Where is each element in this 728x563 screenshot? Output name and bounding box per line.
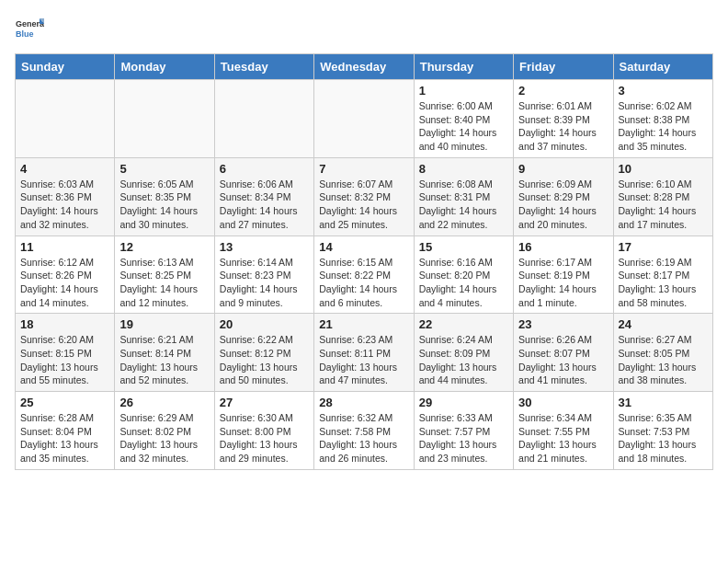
day-number: 29 [419, 396, 508, 409]
day-number: 2 [518, 84, 608, 98]
day-number: 21 [319, 317, 408, 331]
day-info: Sunrise: 6:21 AM Sunset: 8:14 PM Dayligh… [119, 333, 209, 387]
calendar-cell: 15Sunrise: 6:16 AM Sunset: 8:20 PM Dayli… [414, 236, 513, 314]
day-info: Sunrise: 6:35 AM Sunset: 7:53 PM Dayligh… [619, 411, 708, 465]
calendar-cell: 9Sunrise: 6:09 AM Sunset: 8:29 PM Daylig… [514, 157, 613, 236]
calendar-cell: 8Sunrise: 6:08 AM Sunset: 8:31 PM Daylig… [414, 157, 513, 236]
weekday-header-monday: Monday [115, 54, 214, 80]
day-number: 26 [119, 396, 209, 409]
weekday-header-saturday: Saturday [613, 54, 712, 80]
day-info: Sunrise: 6:15 AM Sunset: 8:22 PM Dayligh… [319, 256, 408, 310]
day-info: Sunrise: 6:29 AM Sunset: 8:02 PM Dayligh… [119, 411, 209, 465]
day-info: Sunrise: 6:27 AM Sunset: 8:05 PM Dayligh… [619, 333, 708, 387]
calendar-cell: 22Sunrise: 6:24 AM Sunset: 8:09 PM Dayli… [414, 314, 513, 392]
calendar-cell [314, 80, 414, 158]
day-info: Sunrise: 6:28 AM Sunset: 8:04 PM Dayligh… [20, 411, 109, 465]
day-info: Sunrise: 6:14 AM Sunset: 8:23 PM Dayligh… [220, 256, 309, 310]
calendar-cell: 6Sunrise: 6:06 AM Sunset: 8:34 PM Daylig… [214, 157, 313, 236]
calendar-cell: 17Sunrise: 6:19 AM Sunset: 8:17 PM Dayli… [613, 236, 712, 314]
day-info: Sunrise: 6:34 AM Sunset: 7:55 PM Dayligh… [518, 411, 608, 465]
calendar-cell: 21Sunrise: 6:23 AM Sunset: 8:11 PM Dayli… [314, 314, 414, 392]
day-info: Sunrise: 6:26 AM Sunset: 8:07 PM Dayligh… [518, 333, 608, 387]
calendar-cell: 16Sunrise: 6:17 AM Sunset: 8:19 PM Dayli… [514, 236, 613, 314]
day-number: 14 [319, 240, 408, 254]
day-info: Sunrise: 6:22 AM Sunset: 8:12 PM Dayligh… [220, 333, 309, 387]
week-row-3: 11Sunrise: 6:12 AM Sunset: 8:26 PM Dayli… [16, 236, 713, 314]
day-number: 9 [518, 162, 608, 176]
week-row-2: 4Sunrise: 6:03 AM Sunset: 8:36 PM Daylig… [16, 157, 713, 236]
day-info: Sunrise: 6:24 AM Sunset: 8:09 PM Dayligh… [419, 333, 508, 387]
day-info: Sunrise: 6:33 AM Sunset: 7:57 PM Dayligh… [419, 411, 508, 465]
weekday-header-thursday: Thursday [414, 54, 513, 80]
day-info: Sunrise: 6:01 AM Sunset: 8:39 PM Dayligh… [518, 99, 608, 154]
week-row-1: 1Sunrise: 6:00 AM Sunset: 8:40 PM Daylig… [16, 80, 713, 158]
calendar-cell: 5Sunrise: 6:05 AM Sunset: 8:35 PM Daylig… [115, 157, 214, 236]
weekday-header-sunday: Sunday [16, 54, 115, 80]
day-info: Sunrise: 6:00 AM Sunset: 8:40 PM Dayligh… [419, 99, 508, 154]
calendar-cell: 28Sunrise: 6:32 AM Sunset: 7:58 PM Dayli… [314, 392, 414, 470]
calendar-cell: 11Sunrise: 6:12 AM Sunset: 8:26 PM Dayli… [16, 236, 115, 314]
calendar-cell: 12Sunrise: 6:13 AM Sunset: 8:25 PM Dayli… [115, 236, 214, 314]
calendar-cell: 29Sunrise: 6:33 AM Sunset: 7:57 PM Dayli… [414, 392, 513, 470]
day-number: 28 [319, 396, 408, 409]
day-info: Sunrise: 6:08 AM Sunset: 8:31 PM Dayligh… [419, 178, 508, 232]
calendar-cell: 30Sunrise: 6:34 AM Sunset: 7:55 PM Dayli… [514, 392, 613, 470]
calendar-cell: 13Sunrise: 6:14 AM Sunset: 8:23 PM Dayli… [214, 236, 313, 314]
day-info: Sunrise: 6:30 AM Sunset: 8:00 PM Dayligh… [220, 411, 309, 465]
day-number: 4 [20, 162, 109, 176]
calendar-cell: 2Sunrise: 6:01 AM Sunset: 8:39 PM Daylig… [514, 80, 613, 158]
weekday-header-tuesday: Tuesday [214, 54, 313, 80]
calendar-cell [16, 80, 115, 158]
day-number: 23 [518, 317, 608, 331]
day-info: Sunrise: 6:03 AM Sunset: 8:36 PM Dayligh… [20, 178, 109, 232]
calendar-cell: 24Sunrise: 6:27 AM Sunset: 8:05 PM Dayli… [613, 314, 712, 392]
calendar-cell: 3Sunrise: 6:02 AM Sunset: 8:38 PM Daylig… [613, 80, 712, 158]
day-info: Sunrise: 6:20 AM Sunset: 8:15 PM Dayligh… [20, 333, 109, 387]
weekday-header-wednesday: Wednesday [314, 54, 414, 80]
day-number: 13 [220, 240, 309, 254]
day-number: 31 [619, 396, 708, 409]
day-number: 17 [619, 240, 708, 254]
calendar-cell: 7Sunrise: 6:07 AM Sunset: 8:32 PM Daylig… [314, 157, 414, 236]
weekday-header-row: SundayMondayTuesdayWednesdayThursdayFrid… [16, 54, 713, 80]
calendar-cell: 27Sunrise: 6:30 AM Sunset: 8:00 PM Dayli… [214, 392, 313, 470]
calendar-cell: 14Sunrise: 6:15 AM Sunset: 8:22 PM Dayli… [314, 236, 414, 314]
day-number: 10 [619, 162, 708, 176]
day-number: 11 [20, 240, 109, 254]
calendar-cell: 25Sunrise: 6:28 AM Sunset: 8:04 PM Dayli… [16, 392, 115, 470]
day-info: Sunrise: 6:05 AM Sunset: 8:35 PM Dayligh… [119, 178, 209, 232]
week-row-4: 18Sunrise: 6:20 AM Sunset: 8:15 PM Dayli… [16, 314, 713, 392]
calendar-cell: 31Sunrise: 6:35 AM Sunset: 7:53 PM Dayli… [613, 392, 712, 470]
calendar-cell: 1Sunrise: 6:00 AM Sunset: 8:40 PM Daylig… [414, 80, 513, 158]
day-number: 5 [119, 162, 209, 176]
calendar-cell: 10Sunrise: 6:10 AM Sunset: 8:28 PM Dayli… [613, 157, 712, 236]
day-info: Sunrise: 6:19 AM Sunset: 8:17 PM Dayligh… [619, 256, 708, 310]
day-info: Sunrise: 6:06 AM Sunset: 8:34 PM Dayligh… [220, 178, 309, 232]
day-number: 15 [419, 240, 508, 254]
header: General Blue [15, 15, 713, 44]
day-number: 22 [419, 317, 508, 331]
day-info: Sunrise: 6:09 AM Sunset: 8:29 PM Dayligh… [518, 178, 608, 232]
day-number: 1 [419, 84, 508, 98]
week-row-5: 25Sunrise: 6:28 AM Sunset: 8:04 PM Dayli… [16, 392, 713, 470]
day-number: 12 [119, 240, 209, 254]
calendar-cell: 19Sunrise: 6:21 AM Sunset: 8:14 PM Dayli… [115, 314, 214, 392]
day-number: 18 [20, 317, 109, 331]
day-number: 20 [220, 317, 309, 331]
calendar-cell [214, 80, 313, 158]
day-info: Sunrise: 6:10 AM Sunset: 8:28 PM Dayligh… [619, 178, 708, 232]
day-number: 16 [518, 240, 608, 254]
calendar-cell: 23Sunrise: 6:26 AM Sunset: 8:07 PM Dayli… [514, 314, 613, 392]
calendar-cell: 26Sunrise: 6:29 AM Sunset: 8:02 PM Dayli… [115, 392, 214, 470]
weekday-header-friday: Friday [514, 54, 613, 80]
day-number: 7 [319, 162, 408, 176]
day-info: Sunrise: 6:16 AM Sunset: 8:20 PM Dayligh… [419, 256, 508, 310]
calendar-cell [115, 80, 214, 158]
day-info: Sunrise: 6:07 AM Sunset: 8:32 PM Dayligh… [319, 178, 408, 232]
day-info: Sunrise: 6:23 AM Sunset: 8:11 PM Dayligh… [319, 333, 408, 387]
day-info: Sunrise: 6:02 AM Sunset: 8:38 PM Dayligh… [619, 99, 708, 154]
day-number: 8 [419, 162, 508, 176]
day-number: 24 [619, 317, 708, 331]
calendar-cell: 4Sunrise: 6:03 AM Sunset: 8:36 PM Daylig… [16, 157, 115, 236]
day-info: Sunrise: 6:12 AM Sunset: 8:26 PM Dayligh… [20, 256, 109, 310]
